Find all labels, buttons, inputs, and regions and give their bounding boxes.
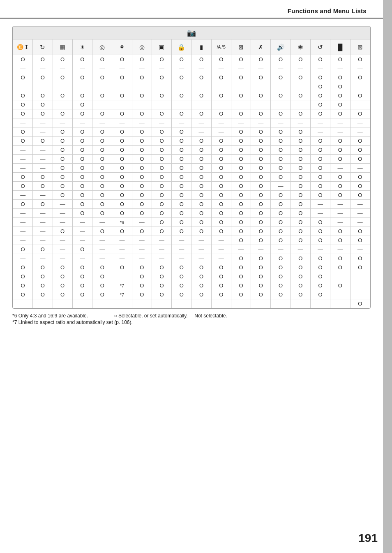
table-cell: —: [191, 245, 211, 254]
table-cell: —: [211, 127, 231, 137]
table-cell: —: [13, 218, 33, 227]
table-cell: O: [172, 218, 191, 227]
table-cell: O: [72, 200, 92, 209]
table-cell: O: [231, 218, 251, 227]
table-row: OO—O———————————OO—: [13, 100, 370, 109]
table-cell: O: [33, 137, 53, 146]
table-cell: O: [211, 281, 231, 290]
table-cell: —: [211, 299, 231, 308]
table-cell: O: [33, 272, 53, 281]
table-cell: O: [132, 164, 152, 173]
table-cell: O: [132, 91, 152, 100]
table-cell: O: [271, 73, 291, 82]
table-cell: O: [191, 73, 211, 82]
table-cell: —: [310, 64, 330, 73]
table-cell: O: [92, 191, 112, 200]
table-cell: O: [13, 173, 33, 182]
table-cell: O: [350, 155, 370, 164]
table-cell: O: [152, 227, 171, 236]
col-icon-15: ❃: [291, 39, 310, 55]
table-cell: —: [152, 64, 171, 73]
table-cell: O: [112, 155, 132, 164]
table-cell: O: [13, 100, 33, 109]
table-cell: —: [33, 164, 53, 173]
table-row: OOOOO—OOOOOOOOOO——: [13, 272, 370, 281]
table-cell: O: [72, 191, 92, 200]
table-cell: O: [172, 146, 191, 155]
table-cell: O: [231, 281, 251, 290]
table-cell: O: [291, 227, 310, 236]
table-cell: O: [72, 91, 92, 100]
table-cell: O: [310, 91, 330, 100]
table-cell: O: [92, 109, 112, 118]
table-row: ——OOOOOOOOOOOOOOOO: [13, 146, 370, 155]
table-cell: O: [172, 173, 191, 182]
sidebar-accent-bar: [383, 0, 392, 553]
table-cell: O: [152, 55, 171, 64]
table-cell: —: [92, 82, 112, 91]
camera-icon-cell: 📷: [13, 27, 370, 39]
table-cell: O: [330, 91, 350, 100]
table-cell: O: [251, 91, 271, 100]
table-cell: O: [92, 137, 112, 146]
table-cell: —: [330, 64, 350, 73]
table-cell: O: [330, 173, 350, 182]
table-cell: O: [211, 191, 231, 200]
col-icon-13: ✗: [251, 39, 271, 55]
table-cell: O: [172, 272, 191, 281]
table-cell: —: [330, 200, 350, 209]
table-cell: O: [132, 146, 152, 155]
table-cell: O: [231, 191, 251, 200]
table-cell: O: [172, 191, 191, 200]
table-cell: —: [271, 118, 291, 127]
table-cell: —: [191, 100, 211, 109]
page-header: Functions and Menu Lists: [0, 0, 383, 19]
table-cell: O: [330, 100, 350, 109]
table-cell: O: [330, 82, 350, 91]
table-cell: O: [13, 281, 33, 290]
table-cell: O: [72, 182, 92, 191]
table-cell: —: [53, 118, 72, 127]
table-cell: O: [92, 200, 112, 209]
table-cell: O: [172, 127, 191, 137]
table-cell: O: [271, 191, 291, 200]
table-cell: O: [231, 137, 251, 146]
table-cell: —: [191, 236, 211, 245]
table-cell: —: [172, 118, 191, 127]
table-cell: —: [132, 118, 152, 127]
table-cell: O: [132, 200, 152, 209]
table-cell: O: [172, 290, 191, 299]
table-cell: O: [211, 146, 231, 155]
table-cell: —: [132, 236, 152, 245]
table-cell: —: [13, 254, 33, 263]
table-cell: O: [291, 200, 310, 209]
table-cell: O: [172, 55, 191, 64]
table-cell: O: [33, 200, 53, 209]
table-cell: O: [350, 91, 370, 100]
table-cell: O: [172, 109, 191, 118]
page-number: 191: [358, 532, 378, 545]
table-cell: O: [291, 164, 310, 173]
table-cell: —: [53, 209, 72, 218]
table-cell: O: [112, 146, 132, 155]
table-cell: —: [33, 254, 53, 263]
table-cell: O: [211, 164, 231, 173]
table-cell: O: [92, 173, 112, 182]
table-cell: —: [172, 82, 191, 91]
table-cell: O: [330, 236, 350, 245]
table-cell: O: [231, 290, 251, 299]
table-cell: —: [132, 100, 152, 109]
table-cell: O: [291, 173, 310, 182]
table-cell: O: [191, 227, 211, 236]
table-cell: O: [72, 290, 92, 299]
table-cell: O: [172, 182, 191, 191]
table-cell: —: [33, 127, 53, 137]
table-cell: —: [172, 100, 191, 109]
table-cell: —: [330, 218, 350, 227]
table-cell: O: [310, 146, 330, 155]
table-cell: —: [191, 254, 211, 263]
table-cell: O: [330, 254, 350, 263]
table-cell: O: [251, 182, 271, 191]
table-cell: O: [271, 137, 291, 146]
table-cell: —: [191, 118, 211, 127]
